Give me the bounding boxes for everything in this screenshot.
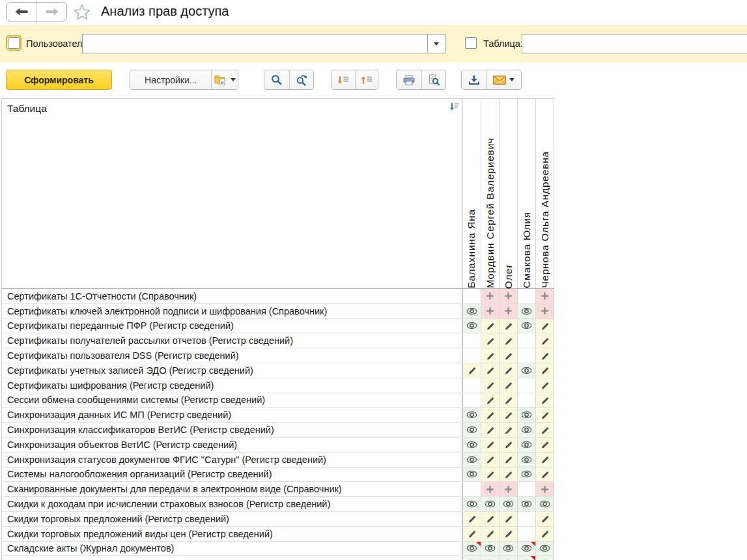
table-row[interactable]: Сертификаты учетных записей ЭДО (Регистр… (2, 363, 554, 378)
collapse-rows-button[interactable] (355, 70, 378, 89)
perm-cell-empty[interactable] (517, 378, 535, 393)
search-next-button[interactable] (289, 70, 314, 89)
perm-cell-view[interactable] (462, 542, 481, 556)
table-name-cell[interactable]: Сертификаты пользователя DSS (Регистр св… (2, 348, 462, 363)
table-row[interactable]: Сертификаты пользователя DSS (Регистр св… (2, 348, 554, 363)
table-name-cell[interactable]: Сканированные документы для передачи в э… (2, 482, 462, 496)
report-variants-button[interactable] (211, 70, 238, 89)
perm-cell-view[interactable] (517, 304, 535, 318)
expand-rows-button[interactable] (331, 70, 355, 89)
perm-cell-view[interactable] (535, 542, 554, 556)
table-row[interactable]: Скидки торговых предложений виды цен (Ре… (2, 527, 554, 542)
forward-button[interactable] (36, 3, 66, 21)
perm-cell-edit[interactable] (481, 527, 499, 541)
perm-cell-edit[interactable] (462, 527, 481, 541)
perm-cell-edit[interactable] (481, 453, 499, 467)
perm-cell-edit[interactable] (535, 363, 554, 378)
perm-cell-edit[interactable] (481, 438, 499, 452)
table-row[interactable]: Системы налогообложения организаций (Рег… (2, 468, 554, 483)
table-row[interactable]: Сертификаты 1С-Отчетности (Справочник) (2, 289, 554, 304)
perm-cell-view[interactable] (517, 423, 535, 437)
perm-cell-view[interactable] (517, 363, 535, 378)
perm-cell-view[interactable] (462, 497, 481, 511)
perm-cell-empty[interactable] (517, 512, 535, 526)
settings-button[interactable]: Настройки... (130, 70, 211, 89)
perm-cell-empty[interactable] (462, 289, 481, 303)
perm-cell-edit[interactable] (535, 393, 554, 408)
generate-button[interactable]: Сформировать (6, 70, 112, 90)
perm-cell-edit[interactable] (535, 423, 554, 437)
perm-cell-empty[interactable] (517, 482, 535, 496)
table-row[interactable]: Сертификаты ключей электронной подписи и… (2, 304, 554, 319)
perm-cell-edit[interactable] (499, 453, 517, 467)
table-name-cell[interactable]: Синхронизация данных ИС МП (Регистр свед… (2, 408, 462, 422)
perm-cell-empty[interactable] (462, 348, 481, 363)
perm-cell-view[interactable] (462, 438, 481, 452)
sort-indicator-icon[interactable] (449, 102, 460, 113)
perm-cell-empty[interactable] (517, 289, 535, 303)
table-name-cell[interactable]: Сертификаты получателей рассылки отчетов… (2, 333, 462, 348)
perm-cell-view[interactable] (462, 468, 481, 482)
table-row[interactable] (2, 556, 554, 560)
perm-cell-view[interactable] (499, 556, 517, 560)
perm-cell-edit[interactable] (499, 512, 517, 526)
perm-cell-edit[interactable] (535, 438, 554, 452)
table-row[interactable]: Сканированные документы для передачи в э… (2, 482, 554, 497)
perm-cell-add[interactable] (499, 482, 517, 496)
perm-cell-edit[interactable] (499, 319, 517, 333)
perm-cell-edit[interactable] (499, 527, 517, 541)
perm-cell-edit[interactable] (499, 438, 517, 452)
table-name-cell[interactable]: Сертификаты ключей электронной подписи и… (2, 304, 462, 318)
perm-cell-view[interactable] (481, 542, 499, 556)
perm-cell-view[interactable] (517, 497, 535, 511)
user-column-header[interactable]: Смакова Юлия (517, 99, 535, 288)
perm-cell-edit[interactable] (535, 527, 554, 541)
perm-cell-view[interactable] (517, 542, 535, 556)
table-row[interactable]: Синхронизация данных ИС МП (Регистр свед… (2, 408, 554, 423)
perm-cell-edit[interactable] (499, 348, 517, 363)
table-name-cell[interactable]: Сертификаты 1С-Отчетности (Справочник) (2, 289, 462, 303)
perm-cell-edit[interactable] (499, 378, 517, 393)
perm-cell-view[interactable] (517, 319, 535, 333)
perm-cell-edit[interactable] (499, 363, 517, 378)
user-column-header[interactable]: Чернова Ольга Андреевна (535, 99, 554, 288)
perm-cell-view[interactable] (517, 453, 535, 467)
perm-cell-edit[interactable] (462, 363, 481, 378)
user-column-header[interactable]: Балахнина Яна (462, 99, 481, 288)
perm-cell-add[interactable] (481, 482, 499, 496)
perm-cell-edit[interactable] (481, 393, 499, 408)
table-name-cell[interactable]: Скидки к доходам при исчислении страховы… (2, 497, 462, 511)
user-column-header[interactable]: Олег (499, 99, 517, 288)
perm-cell-empty[interactable] (517, 393, 535, 408)
perm-cell-edit[interactable] (481, 378, 499, 393)
print-button[interactable] (397, 70, 421, 89)
table-name-cell[interactable]: Сессии обмена сообщениями системы (Регис… (2, 393, 462, 408)
table-name-cell[interactable]: Синхронизация статусов документов ФГИС "… (2, 453, 462, 467)
perm-cell-empty[interactable] (517, 527, 535, 541)
perm-cell-edit[interactable] (499, 408, 517, 422)
perm-cell-edit[interactable] (535, 468, 554, 482)
table-name-cell[interactable]: Скидки торговых предложений виды цен (Ре… (2, 527, 462, 541)
user-column-header[interactable]: Мордвин Сергей Валериевич (481, 99, 499, 288)
perm-cell-view[interactable] (462, 423, 481, 437)
perm-cell-edit[interactable] (481, 363, 499, 378)
perm-cell-view[interactable] (481, 497, 499, 511)
perm-cell-view[interactable] (462, 453, 481, 467)
user-filter-input[interactable] (83, 35, 427, 53)
table-row[interactable]: Сертификаты шифрования (Регистр сведений… (2, 378, 554, 393)
perm-cell-view[interactable] (517, 408, 535, 422)
perm-cell-view[interactable] (462, 408, 481, 422)
perm-cell-add[interactable] (499, 304, 517, 318)
perm-cell-edit[interactable] (535, 453, 554, 467)
table-row[interactable]: Сессии обмена сообщениями системы (Регис… (2, 393, 554, 408)
perm-cell-view[interactable] (517, 468, 535, 482)
perm-cell-add[interactable] (481, 304, 499, 318)
perm-cell-view[interactable] (499, 497, 517, 511)
table-name-cell[interactable]: Сертификаты шифрования (Регистр сведений… (2, 378, 462, 393)
perm-cell-empty[interactable] (517, 333, 535, 348)
perm-cell-edit[interactable] (535, 512, 554, 526)
table-row[interactable]: Складские акты (Журнал документов) (2, 542, 554, 557)
search-button[interactable] (264, 70, 289, 89)
perm-cell-empty[interactable] (462, 482, 481, 496)
perm-cell-edit[interactable] (499, 468, 517, 482)
